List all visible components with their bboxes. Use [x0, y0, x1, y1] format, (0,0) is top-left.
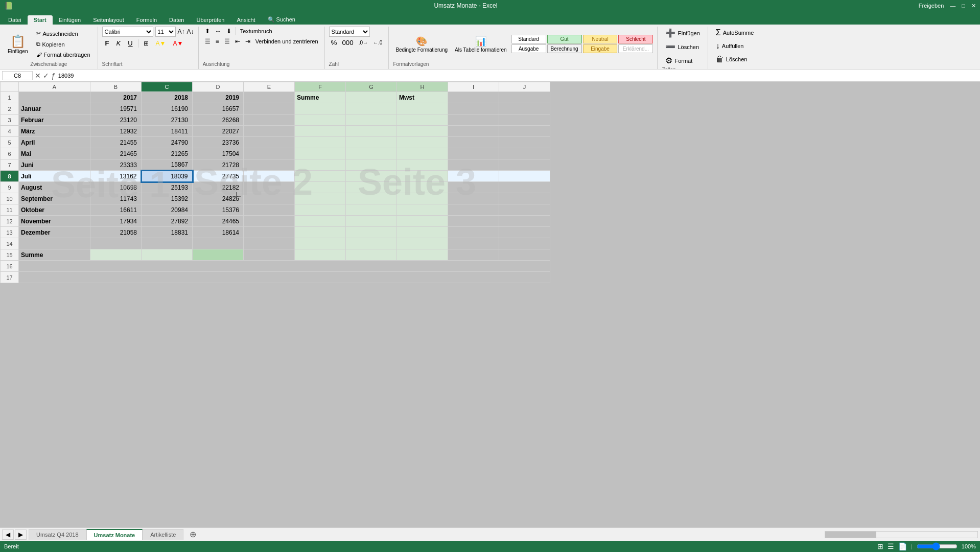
cell-G13[interactable] — [346, 227, 397, 238]
einfuegen-button[interactable]: 📋 Einfügen — [4, 33, 31, 56]
cell-C15[interactable] — [142, 249, 193, 261]
font-name-select[interactable]: Calibri — [102, 27, 153, 37]
cell-H8[interactable] — [397, 171, 448, 182]
sheet-nav-right[interactable]: ▶ — [15, 530, 27, 540]
cell-G3[interactable] — [346, 114, 397, 126]
cell-D3[interactable]: 26268 — [193, 114, 244, 126]
cell-A11[interactable]: Oktober — [19, 204, 90, 216]
normal-view-btn[interactable]: ⊞ — [877, 542, 883, 550]
page-break-view-btn[interactable]: 📄 — [898, 542, 907, 550]
cell-C11[interactable]: 20984 — [142, 204, 193, 216]
fill-btn[interactable]: ↓ Auffüllen — [712, 40, 789, 52]
minimize-btn[interactable]: — — [950, 3, 955, 9]
style-eingabe[interactable]: Eingabe — [583, 44, 618, 53]
cell-F13[interactable] — [295, 227, 346, 238]
cell-F5[interactable] — [295, 137, 346, 148]
tab-einfuegen[interactable]: Einfügen — [53, 15, 87, 25]
cell-H4[interactable] — [397, 126, 448, 137]
cell-I11[interactable] — [448, 204, 499, 216]
cell-B2[interactable]: 19571 — [90, 103, 142, 114]
font-color-button[interactable]: A▼ — [170, 38, 186, 49]
cell-A10[interactable]: September — [19, 193, 90, 204]
cell-A15[interactable]: Summe — [19, 249, 90, 261]
cell-E1[interactable] — [244, 92, 295, 103]
style-standard[interactable]: Standard — [511, 35, 546, 43]
cell-A13[interactable]: Dezember — [19, 227, 90, 238]
cell-F6[interactable] — [295, 148, 346, 159]
col-header-F[interactable]: F — [295, 82, 346, 92]
cell-J4[interactable] — [499, 126, 550, 137]
cell-J10[interactable] — [499, 193, 550, 204]
h-scrollbar[interactable] — [825, 531, 978, 538]
cell-F11[interactable] — [295, 204, 346, 216]
cell-J11[interactable] — [499, 204, 550, 216]
cell-E5[interactable] — [244, 137, 295, 148]
cell-E4[interactable] — [244, 126, 295, 137]
cell-J5[interactable] — [499, 137, 550, 148]
cell-I1[interactable] — [448, 92, 499, 103]
cell-J15[interactable] — [499, 249, 550, 261]
formula-input[interactable] — [57, 72, 978, 80]
cell-F4[interactable] — [295, 126, 346, 137]
cell-G15[interactable] — [346, 249, 397, 261]
cell-A9[interactable]: August — [19, 182, 90, 193]
cell-F10[interactable] — [295, 193, 346, 204]
cell-E12[interactable] — [244, 216, 295, 227]
cell-A3[interactable]: Februar — [19, 114, 90, 126]
cell-D10[interactable]: 24826 — [193, 193, 244, 204]
cell-E15[interactable] — [244, 249, 295, 261]
tab-suchen[interactable]: 🔍 Suchen — [262, 15, 301, 25]
tab-datei[interactable]: Datei — [2, 15, 28, 25]
cell-A1[interactable] — [19, 92, 90, 103]
cell-I8[interactable] — [448, 171, 499, 182]
decimal-increase-btn[interactable]: .0→ — [357, 39, 370, 47]
delete-cells-btn[interactable]: ➖ Löschen — [662, 40, 703, 53]
cell-J7[interactable] — [499, 159, 550, 171]
cell-I13[interactable] — [448, 227, 499, 238]
tab-artikelliste[interactable]: Artikelliste — [143, 529, 183, 540]
cell-I14[interactable] — [448, 238, 499, 249]
cell-G14[interactable] — [346, 238, 397, 249]
col-header-I[interactable]: I — [448, 82, 499, 92]
col-header-D[interactable]: D — [193, 82, 244, 92]
cell-E8[interactable] — [244, 171, 295, 182]
increase-font-btn[interactable]: A↑ — [178, 28, 185, 35]
cell-I4[interactable] — [448, 126, 499, 137]
col-header-E[interactable]: E — [244, 82, 295, 92]
cell-C12[interactable]: 27892 — [142, 216, 193, 227]
align-bottom-btn[interactable]: ⬇ — [224, 27, 234, 36]
cell-C3[interactable]: 27130 — [142, 114, 193, 126]
cell-I12[interactable] — [448, 216, 499, 227]
cell-reference-input[interactable] — [2, 71, 33, 80]
cell-I2[interactable] — [448, 103, 499, 114]
col-header-J[interactable]: J — [499, 82, 550, 92]
cell-A6[interactable]: Mai — [19, 148, 90, 159]
cell-A12[interactable]: November — [19, 216, 90, 227]
align-middle-btn[interactable]: ↔ — [213, 27, 223, 36]
close-btn[interactable]: ✕ — [971, 3, 976, 9]
cell-A8[interactable]: Juli — [19, 171, 90, 182]
cell-E14[interactable] — [244, 238, 295, 249]
cell-J12[interactable] — [499, 216, 550, 227]
tab-umsatz-q4[interactable]: Umsatz Q4 2018 — [29, 529, 86, 540]
indent-decrease-btn[interactable]: ⇤ — [233, 37, 242, 46]
cell-J14[interactable] — [499, 238, 550, 249]
als-tabelle-btn[interactable]: 📊 Als Tabelle formatieren — [452, 33, 509, 55]
col-header-A[interactable]: A — [19, 82, 90, 92]
cell-B1[interactable]: 2017 — [90, 92, 142, 103]
cell-D9[interactable]: 22182 — [193, 182, 244, 193]
cell-F1[interactable]: Summe — [295, 92, 346, 103]
cell-B3[interactable]: 23120 — [90, 114, 142, 126]
cell-H6[interactable] — [397, 148, 448, 159]
number-format-select[interactable]: Standard — [329, 27, 370, 37]
bedingte-formatierung-btn[interactable]: 🎨 Bedingte Formatierung — [393, 33, 450, 55]
cell-F8[interactable] — [295, 171, 346, 182]
add-sheet-btn[interactable]: ⊕ — [185, 528, 200, 540]
cell-B13[interactable]: 21058 — [90, 227, 142, 238]
function-icon[interactable]: ƒ — [51, 72, 55, 80]
cell-A7[interactable]: Juni — [19, 159, 90, 171]
cell-C8-selected[interactable]: 18039 — [142, 171, 193, 182]
cell-F14[interactable] — [295, 238, 346, 249]
col-header-C[interactable]: C — [142, 82, 193, 92]
autosum-btn[interactable]: Σ AutoSumme — [712, 27, 789, 39]
